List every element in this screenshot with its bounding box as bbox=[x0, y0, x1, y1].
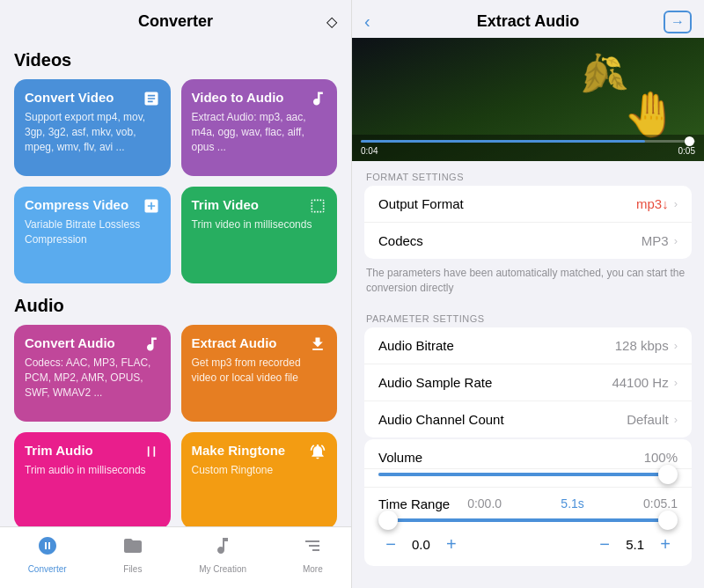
trim-video-title: Trim Video bbox=[192, 197, 327, 212]
audio-bitrate-row[interactable]: Audio Bitrate 128 kbps › bbox=[364, 327, 692, 364]
audio-bitrate-value: 128 kbps bbox=[615, 338, 669, 353]
audio-channel-count-label: Audio Channel Count bbox=[378, 412, 627, 427]
time-thumb-right[interactable] bbox=[658, 511, 678, 530]
extract-audio-icon bbox=[309, 335, 326, 357]
nav-converter[interactable]: Converter bbox=[28, 535, 67, 574]
time-slider-row[interactable] bbox=[364, 515, 692, 529]
compress-video-desc: Variable Bitrate Lossless Compression bbox=[25, 217, 160, 247]
convert-audio-icon bbox=[143, 335, 160, 357]
left-content: Videos Convert Video Support export mp4,… bbox=[0, 38, 351, 526]
time-range-center: 5.1s bbox=[519, 496, 626, 511]
codecs-arrow: › bbox=[674, 234, 678, 247]
convert-video-title: Convert Video bbox=[25, 90, 160, 105]
time-right-plus[interactable]: + bbox=[653, 533, 678, 557]
volume-label: Volume bbox=[378, 450, 644, 465]
volume-value: 100% bbox=[644, 450, 678, 465]
time-ctrl-right: − 5.1 + bbox=[528, 533, 678, 557]
codecs-row[interactable]: Codecs MP3 › bbox=[364, 223, 692, 259]
volume-slider-fill bbox=[378, 473, 678, 476]
volume-card: Volume 100% Time Range 0:00.0 5.1s 0:05.… bbox=[364, 439, 692, 566]
compress-icon bbox=[143, 197, 160, 219]
extract-audio-title: Extract Audio bbox=[192, 335, 327, 350]
format-settings-header: FORMAT SETTINGS bbox=[352, 161, 704, 186]
time-right-minus[interactable]: − bbox=[592, 533, 617, 557]
time-range-start: 0:00.0 bbox=[467, 496, 502, 511]
right-title: Extract Audio bbox=[477, 12, 579, 31]
trim-icon bbox=[309, 197, 326, 219]
convert-video-card[interactable]: Convert Video Support export mp4, mov, 3… bbox=[14, 79, 171, 176]
nav-files[interactable]: Files bbox=[122, 535, 143, 574]
diamond-icon: ◇ bbox=[326, 13, 337, 30]
audio-grid: Convert Audio Codecs: AAC, MP3, FLAC, PC… bbox=[14, 325, 337, 526]
audio-sample-rate-label: Audio Sample Rate bbox=[378, 375, 612, 390]
ringtone-icon bbox=[309, 443, 326, 465]
time-left-value: 0.0 bbox=[412, 537, 430, 552]
converter-nav-label: Converter bbox=[28, 564, 67, 574]
codecs-label: Codecs bbox=[378, 233, 642, 248]
video-progress-bar[interactable] bbox=[361, 140, 695, 143]
audio-channel-count-value: Default bbox=[627, 412, 669, 427]
left-panel: Converter ◇ Videos Convert Video Support… bbox=[0, 0, 352, 588]
convert-audio-desc: Codecs: AAC, MP3, FLAC, PCM, MP2, AMR, O… bbox=[25, 356, 160, 400]
time-ctrl-left: − 0.0 + bbox=[378, 533, 528, 557]
audio-sample-rate-value: 44100 Hz bbox=[612, 375, 668, 390]
extract-audio-card[interactable]: Extract Audio Get mp3 from recorded vide… bbox=[181, 325, 338, 422]
output-format-label: Output Format bbox=[378, 196, 636, 211]
volume-row: Volume 100% bbox=[364, 439, 692, 469]
time-thumb-left[interactable] bbox=[378, 511, 398, 530]
audio-sample-rate-row[interactable]: Audio Sample Rate 44100 Hz › bbox=[364, 364, 692, 401]
trim-video-card[interactable]: Trim Video Trim video in milliseconds bbox=[181, 187, 338, 283]
time-left-plus[interactable]: + bbox=[439, 533, 464, 557]
right-header: ‹ Extract Audio → bbox=[352, 0, 704, 38]
make-ringtone-card[interactable]: Make Ringtone Custom Ringtone bbox=[181, 432, 338, 526]
trim-video-desc: Trim video in milliseconds bbox=[192, 217, 327, 232]
volume-slider-row[interactable] bbox=[364, 469, 692, 488]
codecs-value: MP3 bbox=[642, 233, 669, 248]
files-nav-label: Files bbox=[123, 564, 142, 574]
video-to-audio-card[interactable]: Video to Audio Extract Audio: mp3, aac, … bbox=[181, 79, 338, 176]
files-nav-icon bbox=[122, 535, 143, 562]
more-nav-label: More bbox=[303, 564, 323, 574]
trim-audio-title: Trim Audio bbox=[25, 443, 160, 458]
output-format-value: mp3↓ bbox=[636, 196, 669, 211]
output-format-arrow: › bbox=[674, 197, 678, 210]
video-time: 0:04 0:05 bbox=[361, 146, 695, 156]
volume-slider-track[interactable] bbox=[378, 473, 678, 476]
time-range-label: Time Range bbox=[378, 496, 450, 511]
time-range-end: 0:05.1 bbox=[643, 496, 678, 511]
convert-video-desc: Support export mp4, mov, 3gp, 3g2, asf, … bbox=[25, 110, 160, 154]
hand-decoration: 🤚 bbox=[623, 89, 678, 140]
nav-my-creation[interactable]: My Creation bbox=[199, 535, 246, 574]
format-note: The parameters have been automatically m… bbox=[352, 261, 704, 303]
converter-nav-icon bbox=[37, 535, 58, 562]
param-settings-card: Audio Bitrate 128 kbps › Audio Sample Ra… bbox=[364, 327, 692, 437]
nav-more[interactable]: More bbox=[302, 535, 323, 574]
compress-video-title: Compress Video bbox=[25, 197, 160, 212]
output-format-row[interactable]: Output Format mp3↓ › bbox=[364, 186, 692, 223]
right-content: FORMAT SETTINGS Output Format mp3↓ › Cod… bbox=[352, 161, 704, 588]
forward-button[interactable]: → bbox=[664, 11, 692, 33]
make-ringtone-title: Make Ringtone bbox=[192, 443, 327, 458]
trim-audio-icon bbox=[143, 443, 160, 465]
time-right-value: 5.1 bbox=[626, 537, 644, 552]
time-controls: − 0.0 + − 5.1 + bbox=[364, 529, 692, 566]
audio-channel-count-row[interactable]: Audio Channel Count Default › bbox=[364, 401, 692, 437]
time-range-header: Time Range 0:00.0 5.1s 0:05.1 bbox=[364, 488, 692, 515]
audio-channel-count-arrow: › bbox=[674, 413, 678, 426]
left-header: Converter ◇ bbox=[0, 0, 351, 38]
trim-audio-desc: Trim audio in milliseconds bbox=[25, 463, 160, 478]
trim-audio-card[interactable]: Trim Audio Trim audio in milliseconds bbox=[14, 432, 171, 526]
audio-bitrate-label: Audio Bitrate bbox=[378, 338, 615, 353]
my-creation-nav-label: My Creation bbox=[199, 564, 246, 574]
video-to-audio-desc: Extract Audio: mp3, aac, m4a, ogg, wav, … bbox=[192, 110, 327, 154]
time-slider-track[interactable] bbox=[378, 518, 678, 522]
convert-audio-card[interactable]: Convert Audio Codecs: AAC, MP3, FLAC, PC… bbox=[14, 325, 171, 422]
extract-audio-desc: Get mp3 from recorded video or local vid… bbox=[192, 356, 327, 386]
compress-video-card[interactable]: Compress Video Variable Bitrate Lossless… bbox=[14, 187, 171, 283]
time-left-minus[interactable]: − bbox=[378, 533, 403, 557]
video-time-end: 0:05 bbox=[678, 146, 695, 156]
more-nav-icon bbox=[302, 535, 323, 562]
audio-sample-rate-arrow: › bbox=[674, 376, 678, 389]
back-button[interactable]: ‹ bbox=[364, 11, 370, 32]
format-settings-card: Output Format mp3↓ › Codecs MP3 › bbox=[364, 186, 692, 259]
